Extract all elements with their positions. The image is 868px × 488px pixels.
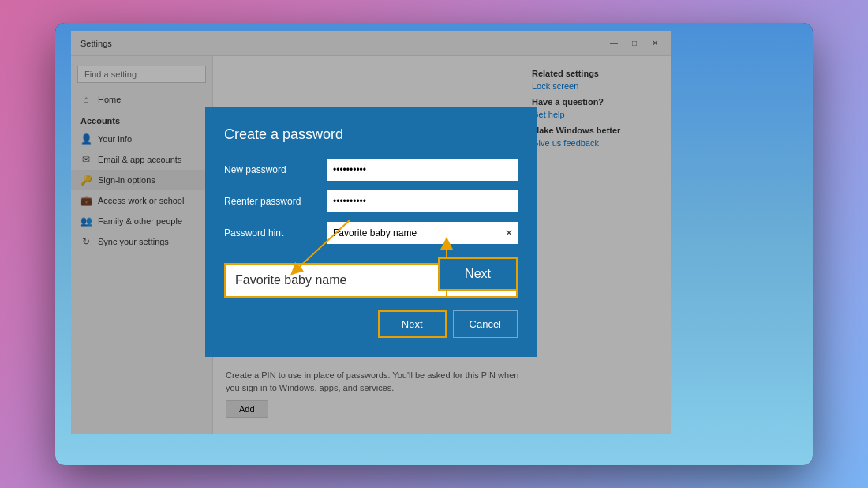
- new-password-row: New password: [224, 159, 518, 181]
- password-hint-input[interactable]: [327, 222, 518, 244]
- new-password-label: New password: [224, 164, 327, 175]
- hint-input-container: ✕: [327, 222, 518, 244]
- settings-window: Settings — □ ✕ ⌂ Home: [71, 31, 671, 434]
- reenter-password-input[interactable]: [327, 190, 518, 212]
- next-button[interactable]: Next: [378, 310, 447, 338]
- new-password-input[interactable]: [327, 159, 518, 181]
- dialog-buttons-section: Next Next Cancel: [224, 310, 518, 338]
- dialog-overlay: Create a password New password Reenter p…: [71, 31, 671, 434]
- next-button-zoomed[interactable]: Next: [438, 257, 518, 291]
- create-password-dialog: Create a password New password Reenter p…: [205, 107, 537, 357]
- dialog-title: Create a password: [224, 126, 518, 143]
- dialog-buttons: Next Cancel: [224, 310, 518, 338]
- reenter-password-label: Reenter password: [224, 196, 327, 207]
- password-hint-row: Password hint ✕: [224, 222, 518, 244]
- reenter-password-row: Reenter password: [224, 190, 518, 212]
- windows-background: Settings — □ ✕ ⌂ Home: [55, 23, 813, 465]
- device-frame: Settings — □ ✕ ⌂ Home: [55, 23, 813, 465]
- hint-clear-button[interactable]: ✕: [503, 227, 514, 238]
- password-hint-label: Password hint: [224, 227, 327, 238]
- cancel-button[interactable]: Cancel: [453, 310, 518, 338]
